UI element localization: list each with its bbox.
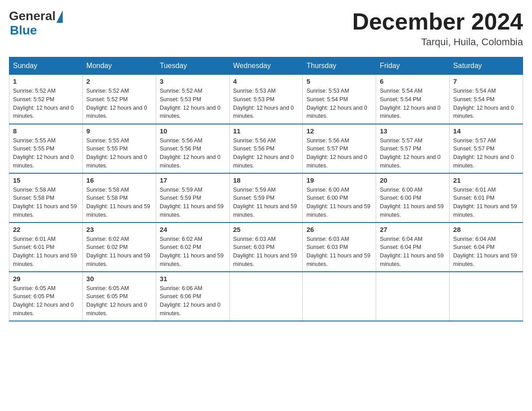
logo-triangle-icon [56, 10, 63, 23]
day-info: Sunrise: 6:01 AMSunset: 6:01 PMDaylight:… [453, 187, 517, 218]
col-monday: Monday [82, 57, 156, 75]
col-sunday: Sunday [9, 57, 83, 75]
day-number: 13 [380, 127, 446, 135]
day-number: 8 [13, 127, 79, 135]
day-number: 30 [86, 275, 152, 283]
day-info: Sunrise: 6:04 AMSunset: 6:04 PMDaylight:… [453, 236, 517, 267]
day-info: Sunrise: 6:02 AMSunset: 6:02 PMDaylight:… [160, 236, 223, 267]
day-info: Sunrise: 6:06 AMSunset: 6:06 PMDaylight:… [160, 285, 221, 317]
month-title: December 2024 [352, 9, 523, 34]
logo-general-text: General [9, 9, 56, 23]
day-info: Sunrise: 5:53 AMSunset: 5:53 PMDaylight:… [233, 88, 294, 119]
day-info: Sunrise: 5:52 AMSunset: 5:52 PMDaylight:… [86, 88, 147, 119]
calendar-day-cell: 4 Sunrise: 5:53 AMSunset: 5:53 PMDayligh… [229, 75, 303, 124]
day-number: 21 [453, 176, 519, 184]
day-number: 20 [380, 176, 446, 184]
day-info: Sunrise: 6:05 AMSunset: 6:05 PMDaylight:… [13, 285, 74, 317]
day-number: 2 [86, 77, 152, 85]
calendar-week-row: 29 Sunrise: 6:05 AMSunset: 6:05 PMDaylig… [9, 272, 523, 321]
day-number: 17 [160, 176, 226, 184]
day-number: 26 [306, 226, 372, 233]
day-number: 16 [86, 176, 152, 184]
day-number: 22 [13, 226, 79, 233]
calendar-day-cell: 25 Sunrise: 6:03 AMSunset: 6:03 PMDaylig… [229, 223, 303, 272]
day-info: Sunrise: 6:00 AMSunset: 6:00 PMDaylight:… [306, 187, 370, 218]
calendar-day-cell: 31 Sunrise: 6:06 AMSunset: 6:06 PMDaylig… [156, 272, 229, 321]
calendar-day-cell: 8 Sunrise: 5:55 AMSunset: 5:55 PMDayligh… [9, 124, 83, 173]
day-number: 15 [13, 176, 79, 184]
logo-blue-text: Blue [10, 23, 37, 38]
day-number: 9 [86, 127, 152, 135]
calendar-day-cell: 27 Sunrise: 6:04 AMSunset: 6:04 PMDaylig… [376, 223, 450, 272]
day-info: Sunrise: 5:57 AMSunset: 5:57 PMDaylight:… [380, 137, 441, 169]
day-info: Sunrise: 5:59 AMSunset: 5:59 PMDaylight:… [160, 187, 223, 218]
day-info: Sunrise: 5:55 AMSunset: 5:55 PMDaylight:… [13, 137, 74, 169]
day-info: Sunrise: 5:52 AMSunset: 5:53 PMDaylight:… [160, 88, 221, 119]
calendar-day-cell: 17 Sunrise: 5:59 AMSunset: 5:59 PMDaylig… [156, 173, 229, 223]
day-info: Sunrise: 5:58 AMSunset: 5:58 PMDaylight:… [13, 187, 77, 218]
calendar-day-cell: 26 Sunrise: 6:03 AMSunset: 6:03 PMDaylig… [303, 223, 376, 272]
day-number: 10 [160, 127, 226, 135]
calendar-week-row: 22 Sunrise: 6:01 AMSunset: 6:01 PMDaylig… [9, 223, 523, 272]
day-number: 28 [453, 226, 519, 233]
day-number: 6 [380, 77, 446, 85]
calendar-day-cell [450, 272, 523, 321]
calendar-day-cell [303, 272, 376, 321]
day-number: 11 [233, 127, 299, 135]
day-info: Sunrise: 6:01 AMSunset: 6:01 PMDaylight:… [13, 236, 77, 267]
calendar-day-cell: 14 Sunrise: 5:57 AMSunset: 5:57 PMDaylig… [450, 124, 523, 173]
day-info: Sunrise: 5:59 AMSunset: 5:59 PMDaylight:… [233, 187, 297, 218]
calendar-day-cell: 20 Sunrise: 6:00 AMSunset: 6:00 PMDaylig… [376, 173, 450, 223]
calendar-day-cell [376, 272, 450, 321]
day-number: 5 [306, 77, 372, 85]
calendar-day-cell: 1 Sunrise: 5:52 AMSunset: 5:52 PMDayligh… [9, 75, 83, 124]
logo: General Blue [9, 9, 63, 38]
day-number: 1 [13, 77, 79, 85]
day-number: 18 [233, 176, 299, 184]
location-title: Tarqui, Huila, Colombia [352, 36, 523, 48]
calendar-day-cell: 3 Sunrise: 5:52 AMSunset: 5:53 PMDayligh… [156, 75, 229, 124]
day-info: Sunrise: 5:55 AMSunset: 5:55 PMDaylight:… [86, 137, 147, 169]
day-info: Sunrise: 5:53 AMSunset: 5:54 PMDaylight:… [306, 88, 367, 119]
calendar-day-cell [229, 272, 303, 321]
calendar-day-cell: 18 Sunrise: 5:59 AMSunset: 5:59 PMDaylig… [229, 173, 303, 223]
col-tuesday: Tuesday [156, 57, 229, 75]
calendar-day-cell: 7 Sunrise: 5:54 AMSunset: 5:54 PMDayligh… [450, 75, 523, 124]
calendar-table: Sunday Monday Tuesday Wednesday Thursday… [9, 57, 523, 321]
calendar-day-cell: 23 Sunrise: 6:02 AMSunset: 6:02 PMDaylig… [82, 223, 156, 272]
col-saturday: Saturday [450, 57, 523, 75]
calendar-day-cell: 10 Sunrise: 5:56 AMSunset: 5:56 PMDaylig… [156, 124, 229, 173]
calendar-day-cell: 21 Sunrise: 6:01 AMSunset: 6:01 PMDaylig… [450, 173, 523, 223]
day-info: Sunrise: 5:52 AMSunset: 5:52 PMDaylight:… [13, 88, 74, 119]
calendar-day-cell: 30 Sunrise: 6:05 AMSunset: 6:05 PMDaylig… [82, 272, 156, 321]
day-number: 23 [86, 226, 152, 233]
header-row: Sunday Monday Tuesday Wednesday Thursday… [9, 57, 523, 75]
calendar-day-cell: 12 Sunrise: 5:56 AMSunset: 5:57 PMDaylig… [303, 124, 376, 173]
day-info: Sunrise: 5:57 AMSunset: 5:57 PMDaylight:… [453, 137, 514, 169]
calendar-day-cell: 22 Sunrise: 6:01 AMSunset: 6:01 PMDaylig… [9, 223, 83, 272]
calendar-body: 1 Sunrise: 5:52 AMSunset: 5:52 PMDayligh… [9, 75, 523, 321]
page-header: General Blue December 2024 Tarqui, Huila… [9, 9, 523, 48]
calendar-week-row: 1 Sunrise: 5:52 AMSunset: 5:52 PMDayligh… [9, 75, 523, 124]
col-wednesday: Wednesday [229, 57, 303, 75]
day-info: Sunrise: 5:56 AMSunset: 5:57 PMDaylight:… [306, 137, 367, 169]
day-info: Sunrise: 5:54 AMSunset: 5:54 PMDaylight:… [453, 88, 514, 119]
calendar-week-row: 8 Sunrise: 5:55 AMSunset: 5:55 PMDayligh… [9, 124, 523, 173]
day-info: Sunrise: 6:03 AMSunset: 6:03 PMDaylight:… [306, 236, 370, 267]
day-info: Sunrise: 6:05 AMSunset: 6:05 PMDaylight:… [86, 285, 147, 317]
day-number: 19 [306, 176, 372, 184]
calendar-day-cell: 9 Sunrise: 5:55 AMSunset: 5:55 PMDayligh… [82, 124, 156, 173]
day-number: 4 [233, 77, 299, 85]
calendar-day-cell: 5 Sunrise: 5:53 AMSunset: 5:54 PMDayligh… [303, 75, 376, 124]
title-section: December 2024 Tarqui, Huila, Colombia [352, 9, 523, 48]
day-number: 24 [160, 226, 226, 233]
calendar-day-cell: 2 Sunrise: 5:52 AMSunset: 5:52 PMDayligh… [82, 75, 156, 124]
day-number: 25 [233, 226, 299, 233]
calendar-day-cell: 28 Sunrise: 6:04 AMSunset: 6:04 PMDaylig… [450, 223, 523, 272]
day-info: Sunrise: 6:00 AMSunset: 6:00 PMDaylight:… [380, 187, 443, 218]
day-info: Sunrise: 6:02 AMSunset: 6:02 PMDaylight:… [86, 236, 150, 267]
day-number: 12 [306, 127, 372, 135]
day-info: Sunrise: 5:58 AMSunset: 5:58 PMDaylight:… [86, 187, 150, 218]
day-number: 14 [453, 127, 519, 135]
day-info: Sunrise: 5:56 AMSunset: 5:56 PMDaylight:… [233, 137, 294, 169]
